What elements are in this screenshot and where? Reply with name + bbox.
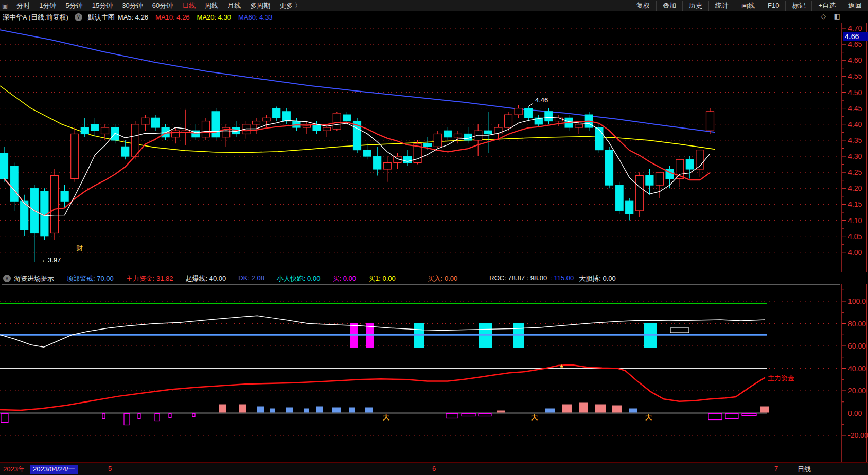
toolbar-button[interactable]: 统计 bbox=[708, 1, 735, 11]
candle-body bbox=[606, 150, 613, 185]
candle-body bbox=[424, 143, 432, 147]
fund-histogram-bar bbox=[332, 408, 341, 413]
candle-body bbox=[555, 118, 563, 121]
indicator-name[interactable]: 游资进场提示 bbox=[14, 274, 54, 283]
sell-pressure-bar bbox=[446, 414, 458, 418]
candle-body bbox=[343, 115, 351, 121]
runner-man-icon: 大 bbox=[531, 413, 538, 421]
pane-corner-icons[interactable]: ◇ ◧ bbox=[821, 12, 843, 20]
price-axis-label: 4.55 bbox=[848, 72, 862, 80]
date-tick: 6 bbox=[432, 465, 436, 472]
sell-pressure-bar bbox=[479, 414, 491, 416]
main-chart[interactable]: 4.704.654.604.554.504.454.404.354.304.25… bbox=[0, 0, 868, 475]
fund-histogram-bar bbox=[219, 405, 226, 413]
candle-body bbox=[81, 127, 88, 134]
toolbar-button[interactable]: 返回 bbox=[842, 1, 868, 11]
cai-signal-label: 财 bbox=[76, 244, 83, 252]
period-tab[interactable]: 周线 bbox=[200, 1, 223, 11]
chevron-down-icon[interactable]: ∨ bbox=[3, 275, 11, 282]
candle-body bbox=[615, 185, 623, 211]
fund-histogram-bar bbox=[270, 409, 275, 413]
low-price-annotation: ←3.97 bbox=[41, 256, 61, 264]
toolbar-button[interactable]: F10 bbox=[761, 1, 785, 10]
chevron-down-icon[interactable]: ∨ bbox=[75, 13, 82, 21]
candle-body bbox=[131, 124, 139, 156]
current-date-badge: 2023/04/24/一 bbox=[30, 465, 78, 474]
indicator-fields: 顶部警戒: 70.00主力资金: 31.82起爆线: 40.00DK: 2.08… bbox=[54, 274, 616, 283]
candle-body bbox=[545, 112, 553, 121]
price-axis-label: 4.10 bbox=[848, 216, 862, 225]
fund-histogram-bar bbox=[286, 408, 293, 413]
toolbar-right-menu: 复权叠加历史统计画线F10标记+自选返回 bbox=[630, 0, 868, 11]
candle-body bbox=[374, 156, 381, 169]
info-bar: 深中华A (日线.前复权) ∨ 默认主图 MA5: 4.26MA10: 4.26… bbox=[0, 11, 868, 23]
sell-pressure-bar bbox=[192, 414, 195, 417]
indicator-axis-label: 100.0 bbox=[848, 297, 866, 305]
indicator-field: 小人快跑: 0.00 bbox=[277, 274, 321, 283]
fund-histogram-bar bbox=[316, 407, 323, 413]
indicator-field: ROC: 78.87 : 98.00 bbox=[489, 274, 547, 283]
star-marker-icon: ★ bbox=[559, 363, 564, 369]
year-label: 2023年 bbox=[3, 465, 25, 474]
toolbar-button[interactable]: 叠加 bbox=[656, 1, 682, 11]
sell-pressure-bar bbox=[462, 414, 476, 416]
sell-pressure-bar bbox=[155, 414, 160, 421]
candle-body bbox=[525, 108, 533, 118]
candle-body bbox=[91, 124, 99, 131]
main-layout-label[interactable]: 默认主图 bbox=[88, 13, 115, 22]
candle-body bbox=[363, 150, 371, 156]
price-axis-label: 4.40 bbox=[848, 120, 862, 129]
period-tab[interactable]: 5分钟 bbox=[61, 1, 87, 11]
toolbar-button[interactable]: 复权 bbox=[630, 1, 656, 11]
period-tab[interactable]: 更多 〉 bbox=[275, 1, 306, 11]
fund-histogram-bar bbox=[304, 409, 309, 413]
indicator-axis-label: 80.00 bbox=[848, 320, 866, 328]
period-tab[interactable]: 30分钟 bbox=[117, 1, 147, 11]
price-axis-label: 4.45 bbox=[848, 104, 862, 113]
candle-body bbox=[706, 112, 714, 131]
candle-body bbox=[454, 134, 462, 137]
candle-body bbox=[71, 134, 79, 178]
price-axis-label: 4.65 bbox=[848, 40, 862, 48]
toolbar-button[interactable]: 历史 bbox=[682, 1, 708, 11]
candle-body bbox=[484, 131, 492, 134]
indicator-axis-label: 40.00 bbox=[848, 364, 866, 373]
indicator-axis-label: 0.00 bbox=[848, 409, 862, 417]
date-tick: 7 bbox=[774, 465, 778, 472]
period-tab[interactable]: 月线 bbox=[223, 1, 245, 11]
candle-body bbox=[686, 159, 694, 169]
sell-pressure-bar bbox=[102, 414, 105, 419]
symbol-title: 深中华A (日线.前复权) bbox=[3, 13, 68, 22]
price-axis-label: 4.05 bbox=[848, 232, 862, 241]
date-axis-bar[interactable]: 2023年 2023/04/24/一 日线 567 bbox=[0, 462, 868, 475]
candle-body bbox=[152, 118, 160, 127]
candle-body bbox=[464, 134, 472, 140]
fund-histogram-bar bbox=[595, 405, 606, 413]
candle-body bbox=[626, 201, 633, 214]
price-axis-label: 4.35 bbox=[848, 136, 862, 144]
ma60-line bbox=[0, 30, 715, 132]
period-tab[interactable]: 多周期 bbox=[245, 1, 275, 11]
period-tab[interactable]: 分时 bbox=[12, 1, 34, 11]
period-tab[interactable]: 1分钟 bbox=[34, 1, 61, 11]
candle-body bbox=[323, 127, 331, 131]
candle-body bbox=[172, 131, 180, 137]
candle-body bbox=[262, 118, 270, 121]
toolbar-button[interactable]: +自选 bbox=[811, 1, 842, 11]
fund-histogram-bar bbox=[365, 408, 373, 413]
sell-pressure-bar bbox=[138, 414, 140, 419]
candle-body bbox=[383, 162, 391, 169]
candle-body bbox=[61, 192, 68, 202]
indicator-axis-label: 60.00 bbox=[848, 342, 866, 350]
candle-body bbox=[595, 127, 603, 150]
toolbar-button[interactable]: 画线 bbox=[735, 1, 761, 11]
period-tab[interactable]: 60分钟 bbox=[148, 1, 178, 11]
period-tab[interactable]: 日线 bbox=[178, 1, 200, 11]
candle-body bbox=[515, 108, 522, 115]
ma-value-label: MA10: 4.26 bbox=[155, 13, 190, 21]
sell-pressure-bar bbox=[708, 414, 722, 420]
toolbar-button[interactable]: 标记 bbox=[785, 1, 811, 11]
period-tab[interactable]: 15分钟 bbox=[87, 1, 117, 11]
candle-body bbox=[575, 124, 583, 127]
price-axis-label: 4.70 bbox=[848, 24, 862, 32]
